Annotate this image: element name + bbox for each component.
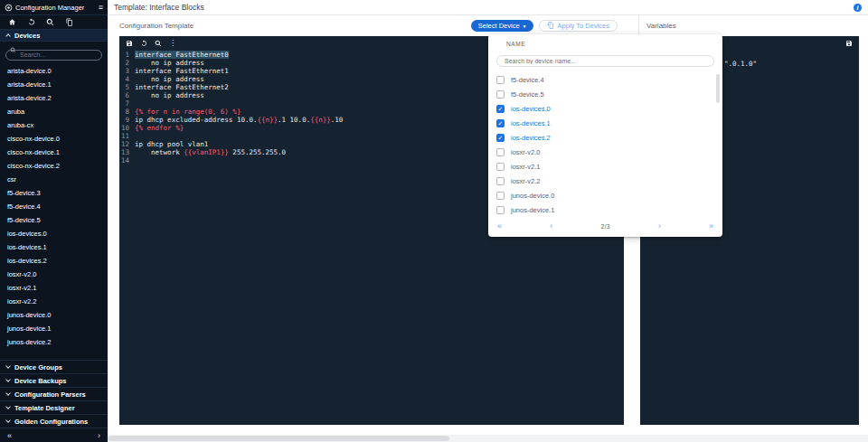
- dropdown-device-row[interactable]: iosxr-v2.0: [488, 145, 722, 159]
- dropdown-scrollbar-thumb[interactable]: [716, 74, 720, 103]
- sidebar-device-item[interactable]: ios-devices.0: [0, 227, 108, 240]
- sidebar-device-item[interactable]: cisco-nx-device.2: [0, 159, 108, 173]
- sidebar-device-item[interactable]: junos-device.1: [0, 322, 108, 335]
- history-icon[interactable]: [27, 18, 35, 26]
- dropdown-device-row[interactable]: junos-device.1: [488, 202, 722, 217]
- horizontal-scrollbar[interactable]: [108, 435, 868, 442]
- save-icon[interactable]: [845, 40, 853, 47]
- sidebar-section-devices[interactable]: Devices: [0, 29, 108, 42]
- sidebar-section-golden-configurations[interactable]: Golden Configurations: [0, 414, 108, 428]
- dropdown-device-row[interactable]: ✓ios-devices.2: [488, 130, 722, 145]
- history-icon[interactable]: [140, 40, 147, 47]
- device-search-input[interactable]: [5, 50, 102, 61]
- app-logo-icon: [5, 4, 13, 12]
- section-label: Device Backups: [14, 377, 67, 385]
- dropdown-device-label: iosxr-v2.1: [511, 163, 541, 171]
- line-number: 14: [119, 156, 135, 165]
- chevron-down-icon: [5, 363, 11, 369]
- panel-title-variables: Variables: [646, 22, 676, 30]
- header-buttons: Select Device ▾ Apply To Devices: [471, 20, 624, 32]
- sidebar-section-device-groups[interactable]: Device Groups: [0, 360, 108, 373]
- dropdown-device-label: ios-devices.2: [511, 134, 551, 142]
- line-number: 11: [119, 132, 135, 140]
- checkbox-checked-icon[interactable]: ✓: [496, 119, 505, 127]
- sidebar-device-item[interactable]: ios-devices.2: [0, 254, 108, 268]
- sidebar-device-item[interactable]: ios-devices.1: [0, 240, 108, 254]
- device-list: arista-device.0arista-device.1arista-dev…: [0, 64, 108, 360]
- checkbox-unchecked-icon[interactable]: [496, 90, 505, 99]
- first-page-button[interactable]: «: [497, 222, 502, 230]
- dropdown-device-label: junos-device.1: [511, 206, 554, 214]
- checkbox-unchecked-icon[interactable]: [496, 148, 505, 156]
- sidebar-device-item[interactable]: f5-device.5: [0, 213, 108, 227]
- dropdown-device-row[interactable]: iosxr-v2.2: [488, 174, 722, 188]
- dropdown-device-row[interactable]: junos-device.0: [488, 188, 722, 202]
- checkbox-checked-icon[interactable]: ✓: [496, 134, 505, 142]
- sidebar-device-item[interactable]: iosxr-v2.0: [0, 268, 108, 281]
- sidebar-device-item[interactable]: junos-device.0: [0, 308, 108, 322]
- checkbox-unchecked-icon[interactable]: [496, 76, 505, 84]
- search-icon[interactable]: [155, 40, 162, 47]
- sidebar-device-item[interactable]: cisco-nx-device.0: [0, 132, 108, 146]
- files-icon[interactable]: [65, 18, 73, 26]
- checkbox-unchecked-icon[interactable]: [496, 192, 505, 200]
- select-device-label: Select Device: [478, 22, 520, 30]
- apply-icon: [547, 22, 554, 29]
- menu-icon[interactable]: ≡: [99, 3, 103, 12]
- info-icon[interactable]: i: [854, 4, 862, 12]
- apply-to-devices-button[interactable]: Apply To Devices: [539, 20, 618, 32]
- checkbox-checked-icon[interactable]: ✓: [496, 105, 505, 113]
- sidebar-section-device-backups[interactable]: Device Backups: [0, 373, 108, 387]
- caret-down-icon: ▾: [524, 23, 526, 29]
- sidebar-device-item[interactable]: aruba: [0, 105, 108, 118]
- sidebar-device-item[interactable]: iosxr-v2.1: [0, 281, 108, 295]
- dropdown-pagination: « ‹ 2/3 › »: [488, 220, 722, 233]
- last-page-button[interactable]: »: [709, 222, 713, 230]
- dropdown-device-label: iosxr-v2.0: [511, 148, 541, 156]
- home-icon[interactable]: [8, 18, 16, 26]
- save-icon[interactable]: [126, 40, 133, 47]
- dropdown-device-row[interactable]: ✓ios-devices.1: [488, 116, 722, 130]
- dropdown-device-row[interactable]: iosxr-v2.1: [488, 159, 722, 174]
- sidebar-device-item[interactable]: junos-device.2: [0, 335, 108, 349]
- sidebar-section-configuration-parsers[interactable]: Configuration Parsers: [0, 387, 108, 400]
- sidebar-device-item[interactable]: cisco-nx-device.1: [0, 146, 108, 159]
- checkbox-unchecked-icon[interactable]: [496, 163, 505, 171]
- sidebar-device-item[interactable]: f5-device.3: [0, 186, 108, 200]
- line-text: no ip address: [135, 75, 204, 83]
- dropdown-device-row[interactable]: f5-device.5: [488, 87, 722, 101]
- dropdown-device-row[interactable]: ✓ios-devices.0: [488, 101, 722, 116]
- dropdown-device-row[interactable]: f5-device.4: [488, 72, 722, 87]
- sidebar-device-item[interactable]: csr: [0, 173, 108, 186]
- section-label: Template Designer: [14, 404, 75, 412]
- expand-sidebar-button[interactable]: ›: [98, 431, 100, 440]
- sidebar-device-item[interactable]: arista-device.0: [0, 64, 108, 78]
- dropdown-device-label: ios-devices.1: [511, 119, 551, 127]
- select-device-dropdown: NAME f5-device.4f5-device.5✓ios-devices.…: [488, 34, 722, 237]
- sidebar-device-item[interactable]: iosxr-v2.2: [0, 295, 108, 308]
- chevron-down-icon: [5, 404, 11, 409]
- page-header: Template: Interface Blocks i: [108, 0, 868, 15]
- page-title: Template: Interface Blocks: [114, 3, 204, 12]
- more-options-icon[interactable]: ⋮: [169, 39, 176, 47]
- sidebar-device-item[interactable]: arista-device.2: [0, 91, 108, 105]
- sidebar-pager: « ›: [0, 428, 108, 442]
- select-device-button[interactable]: Select Device ▾: [471, 20, 533, 32]
- sidebar-device-item[interactable]: arista-device.1: [0, 78, 108, 91]
- dropdown-search-input[interactable]: [496, 55, 714, 67]
- horizontal-scrollbar-thumb[interactable]: [108, 436, 449, 441]
- app-title: Configuration Manager: [15, 4, 84, 12]
- sidebar-device-item[interactable]: aruba-cx: [0, 118, 108, 132]
- line-number: 8: [119, 108, 135, 116]
- sidebar: Configuration Manager ≡ Devices arista-d…: [0, 0, 108, 442]
- devices-section-label: Devices: [14, 32, 40, 40]
- line-text: interface FastEthernet2: [135, 83, 229, 91]
- prev-page-button[interactable]: ‹: [550, 222, 552, 230]
- sidebar-device-item[interactable]: f5-device.4: [0, 200, 108, 213]
- collapse-sidebar-button[interactable]: «: [7, 431, 12, 440]
- next-page-button[interactable]: ›: [658, 222, 661, 230]
- search-icon[interactable]: [46, 18, 54, 26]
- checkbox-unchecked-icon[interactable]: [496, 177, 505, 185]
- checkbox-unchecked-icon[interactable]: [496, 206, 505, 214]
- sidebar-section-template-designer[interactable]: Template Designer: [0, 400, 108, 414]
